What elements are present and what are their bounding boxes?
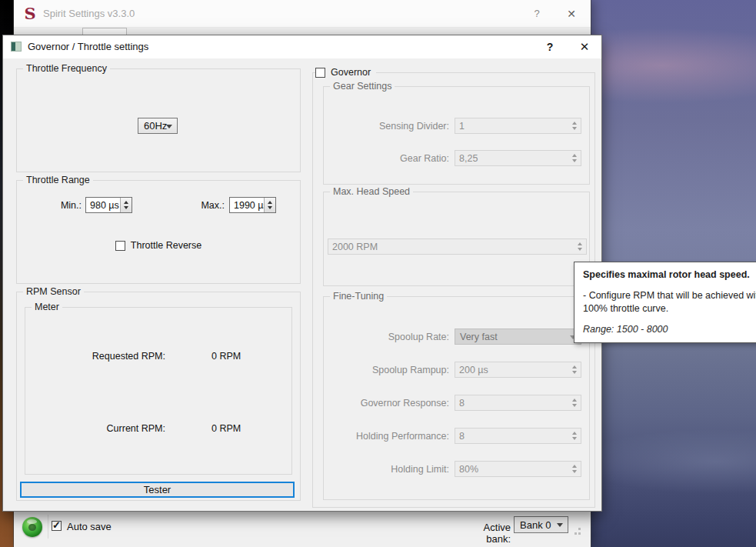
dialog-help-button[interactable]: ? bbox=[539, 38, 561, 55]
throttle-frequency-group: Throttle Frequency 60Hz bbox=[16, 68, 301, 172]
spin-down-icon bbox=[572, 470, 577, 473]
dialog-window-icon bbox=[11, 42, 22, 52]
auto-save-checkbox[interactable] bbox=[52, 521, 62, 531]
min-label: Min.: bbox=[46, 200, 82, 211]
throttle-range-group: Throttle Range Min.: 980 µs Max.: 1990 µ… bbox=[16, 180, 301, 284]
spin-down-icon bbox=[572, 404, 577, 407]
governor-label: Governor bbox=[331, 67, 371, 78]
statusbar-separator bbox=[48, 515, 48, 539]
governor-checkbox[interactable] bbox=[315, 68, 325, 78]
current-rpm-label: Current RPM: bbox=[25, 423, 165, 434]
throttle-frequency-title: Throttle Frequency bbox=[23, 63, 110, 74]
spoolup-rampup-label: Spoolup Rampup: bbox=[324, 365, 449, 375]
spinner-buttons[interactable] bbox=[569, 362, 581, 377]
spoolup-rate-dropdown[interactable]: Very fast bbox=[455, 329, 581, 345]
frequency-value: 60Hz bbox=[144, 120, 167, 132]
main-close-button[interactable]: ✕ bbox=[561, 5, 582, 22]
main-titlebar: S Spirit Settings v3.3.0 ? ✕ bbox=[14, 0, 591, 28]
spin-down-icon bbox=[124, 206, 128, 209]
gear-ratio-label: Gear Ratio: bbox=[324, 153, 449, 164]
spirit-logo-icon: S bbox=[22, 5, 38, 23]
spoolup-rate-label: Spoolup Rate: bbox=[324, 332, 449, 342]
spinner-buttons[interactable] bbox=[569, 395, 581, 410]
holding-limit-value: 80% bbox=[455, 464, 569, 475]
throttle-range-title: Throttle Range bbox=[23, 175, 93, 185]
max-label: Max.: bbox=[188, 200, 225, 211]
gear-ratio-value: 8,25 bbox=[455, 153, 569, 164]
current-rpm-value: 0 RPM bbox=[211, 423, 241, 434]
throttle-reverse-label: Throttle Reverse bbox=[131, 240, 201, 251]
max-head-speed-group: Max. Head Speed 2000 RPM bbox=[323, 192, 590, 286]
gear-settings-group: Gear Settings Sensing Divider: 1 Gear Ra… bbox=[323, 86, 590, 185]
spinner-buttons[interactable] bbox=[574, 239, 586, 254]
spinner-buttons[interactable] bbox=[569, 118, 581, 133]
spin-up-icon bbox=[572, 365, 577, 369]
rpm-sensor-group: RPM Sensor Meter Requested RPM: 0 RPM Cu… bbox=[16, 292, 301, 501]
dialog-close-button[interactable]: ✕ bbox=[574, 38, 595, 55]
rpm-sensor-title: RPM Sensor bbox=[23, 286, 84, 297]
min-throttle-spinner[interactable]: 980 µs bbox=[85, 197, 132, 213]
tooltip-range: Range: 1500 - 8000 bbox=[583, 323, 756, 335]
spin-up-icon bbox=[578, 242, 582, 245]
gear-settings-title: Gear Settings bbox=[330, 81, 395, 92]
holding-limit-spinner[interactable]: 80% bbox=[455, 461, 581, 477]
window-resize-grip[interactable] bbox=[571, 528, 583, 537]
gear-ratio-spinner[interactable]: 8,25 bbox=[455, 150, 581, 166]
fine-tuning-group: Fine-Tuning Spoolup Rate: Very fast Spoo… bbox=[323, 296, 590, 500]
spoolup-rate-value: Very fast bbox=[460, 332, 498, 342]
background-control-peek bbox=[82, 28, 127, 35]
connection-status-led-icon bbox=[22, 517, 42, 537]
fine-tuning-title: Fine-Tuning bbox=[330, 291, 387, 302]
max-head-speed-tooltip: Specifies maximal rotor head speed. - Co… bbox=[574, 262, 756, 343]
governor-response-label: Governor Response: bbox=[324, 398, 449, 409]
spin-up-icon bbox=[572, 154, 577, 157]
max-head-speed-spinner[interactable]: 2000 RPM bbox=[328, 238, 587, 255]
sensing-divider-label: Sensing Divider: bbox=[324, 121, 449, 132]
throttle-reverse-checkbox[interactable] bbox=[115, 241, 125, 251]
spin-up-icon bbox=[572, 465, 577, 468]
spin-up-icon bbox=[572, 122, 577, 125]
holding-performance-spinner[interactable]: 8 bbox=[455, 428, 581, 444]
max-head-speed-value: 2000 RPM bbox=[328, 242, 574, 252]
spin-down-icon bbox=[572, 371, 577, 374]
spinner-buttons[interactable] bbox=[569, 151, 581, 165]
spoolup-rampup-spinner[interactable]: 200 µs bbox=[455, 362, 581, 378]
min-throttle-value: 980 µs bbox=[86, 200, 120, 211]
holding-performance-value: 8 bbox=[455, 431, 569, 442]
max-throttle-value: 1990 µs bbox=[230, 200, 264, 211]
auto-save-label: Auto save bbox=[67, 521, 112, 532]
holding-limit-label: Holding Limit: bbox=[324, 464, 449, 475]
max-throttle-spinner[interactable]: 1990 µs bbox=[229, 197, 276, 213]
main-help-button[interactable]: ? bbox=[526, 5, 548, 22]
tooltip-heading: Specifies maximal rotor head speed. bbox=[583, 268, 756, 281]
spin-up-icon bbox=[124, 201, 128, 204]
governor-throttle-dialog: Governor / Throttle settings ? ✕ Throttl… bbox=[2, 35, 602, 512]
tooltip-body: - Configure RPM that will be achieved wi… bbox=[583, 289, 756, 315]
active-bank-dropdown[interactable]: Bank 0 bbox=[514, 516, 568, 533]
requested-rpm-label: Requested RPM: bbox=[25, 351, 165, 362]
spinner-buttons[interactable] bbox=[569, 462, 581, 476]
max-head-speed-title: Max. Head Speed bbox=[330, 186, 413, 197]
spoolup-rampup-value: 200 µs bbox=[455, 365, 569, 375]
tester-button[interactable]: Tester bbox=[20, 482, 295, 498]
requested-rpm-value: 0 RPM bbox=[211, 351, 241, 362]
sensing-divider-value: 1 bbox=[455, 121, 569, 132]
governor-group: Governor Gear Settings Sensing Divider: … bbox=[312, 72, 595, 508]
active-bank-value: Bank 0 bbox=[520, 519, 551, 531]
governor-response-spinner[interactable]: 8 bbox=[455, 395, 581, 411]
governor-response-value: 8 bbox=[455, 398, 569, 409]
sensing-divider-spinner[interactable]: 1 bbox=[455, 118, 581, 134]
active-bank-label: Active bank: bbox=[463, 522, 511, 545]
spin-down-icon bbox=[572, 159, 577, 162]
spin-down-icon bbox=[268, 206, 272, 209]
spinner-buttons[interactable] bbox=[569, 429, 581, 443]
spin-down-icon bbox=[572, 127, 577, 130]
dialog-title: Governor / Throttle settings bbox=[28, 41, 148, 52]
spin-up-icon bbox=[572, 399, 577, 402]
dialog-titlebar: Governor / Throttle settings ? ✕ bbox=[3, 35, 601, 58]
spinner-buttons[interactable] bbox=[120, 198, 132, 212]
frequency-dropdown[interactable]: 60Hz bbox=[138, 118, 178, 134]
spinner-buttons[interactable] bbox=[264, 198, 275, 212]
chevron-down-icon bbox=[557, 523, 563, 527]
spin-down-icon bbox=[578, 248, 582, 251]
